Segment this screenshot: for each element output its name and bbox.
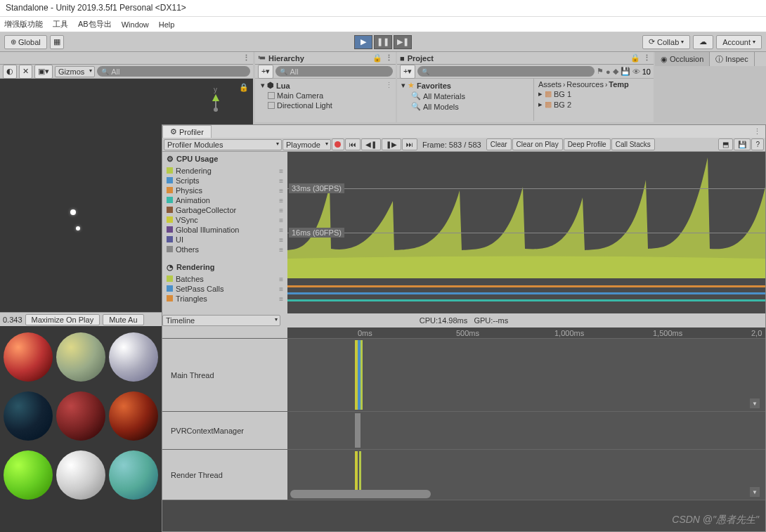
legend-item[interactable]: Rendering≡ bbox=[162, 166, 287, 176]
menu-icon[interactable]: ⋮ bbox=[643, 53, 651, 63]
frame-first-button[interactable]: ⏮ bbox=[345, 138, 361, 150]
drag-icon[interactable]: ≡ bbox=[279, 216, 283, 224]
material-sphere[interactable] bbox=[4, 332, 53, 382]
menu-icon[interactable]: ⋮ bbox=[753, 127, 761, 136]
label-icon[interactable]: ◆ bbox=[613, 67, 618, 76]
record-button[interactable] bbox=[332, 138, 344, 150]
thread-label[interactable]: Main Thread bbox=[162, 339, 287, 411]
rendering-graph[interactable] bbox=[287, 278, 765, 313]
step-button[interactable]: ▶❚ bbox=[394, 35, 412, 49]
gizmos-dropdown[interactable]: Gizmos bbox=[55, 66, 95, 77]
drag-icon[interactable]: ≡ bbox=[279, 295, 283, 303]
hierarchy-item[interactable]: Directional Light bbox=[258, 100, 393, 110]
favorite-item[interactable]: 🔍All Materials bbox=[398, 91, 532, 101]
grid-snap-button[interactable]: ▦ bbox=[50, 35, 64, 49]
legend-item[interactable]: UI≡ bbox=[162, 235, 287, 245]
save-icon[interactable]: 💾 bbox=[621, 67, 630, 76]
timeline-scrollbar[interactable] bbox=[290, 490, 431, 498]
material-sphere[interactable] bbox=[56, 450, 105, 500]
drag-icon[interactable]: ≡ bbox=[279, 187, 283, 195]
thread-track[interactable]: ▼ bbox=[287, 450, 765, 500]
rendering-section-header[interactable]: ◔Rendering bbox=[162, 260, 287, 274]
frame-prev-button[interactable]: ◀❚ bbox=[361, 138, 381, 150]
legend-item[interactable]: SetPass Calls≡ bbox=[162, 284, 287, 294]
drag-icon[interactable]: ≡ bbox=[279, 197, 283, 205]
timeline-dropdown[interactable]: Timeline bbox=[162, 315, 280, 326]
playmode-dropdown[interactable]: Playmode bbox=[283, 139, 331, 150]
menu-item[interactable]: Window bbox=[122, 20, 149, 29]
project-search[interactable] bbox=[417, 66, 595, 77]
panel-menu-icon[interactable]: ⋮ bbox=[242, 53, 250, 63]
cloud-button[interactable]: ☁ bbox=[693, 35, 713, 49]
mute-button[interactable]: Mute Au bbox=[103, 314, 143, 325]
global-button[interactable]: ⊕Global bbox=[4, 35, 47, 49]
lock-icon[interactable]: 🔒 bbox=[630, 53, 640, 63]
expand-icon[interactable]: ▼ bbox=[750, 487, 760, 497]
camera-button[interactable]: ▣▾ bbox=[34, 65, 53, 79]
load-button[interactable]: ⬒ bbox=[718, 138, 733, 150]
hierarchy-item[interactable]: Main Camera bbox=[258, 91, 393, 100]
hierarchy-search[interactable]: All bbox=[275, 66, 393, 77]
orientation-gizmo[interactable]: y bbox=[198, 89, 233, 124]
create-button[interactable]: +▾ bbox=[258, 65, 273, 79]
hidden-icon[interactable]: 👁 bbox=[632, 67, 640, 76]
menu-item[interactable]: 工具 bbox=[53, 19, 68, 30]
menu-icon[interactable]: ⋮ bbox=[385, 53, 393, 63]
tool-2d-button[interactable]: ✕ bbox=[19, 65, 32, 79]
drag-icon[interactable]: ≡ bbox=[279, 236, 283, 244]
legend-item[interactable]: Animation≡ bbox=[162, 195, 287, 205]
save-button[interactable]: 💾 bbox=[734, 138, 751, 150]
occlusion-tab[interactable]: ◉Occlusion bbox=[655, 52, 710, 66]
lock-icon[interactable]: 🔒 bbox=[239, 83, 249, 92]
drag-icon[interactable]: ≡ bbox=[279, 275, 283, 283]
legend-item[interactable]: Global Illumination≡ bbox=[162, 225, 287, 235]
account-button[interactable]: Account▾ bbox=[716, 35, 762, 49]
breadcrumb[interactable]: Assets › Resources › Temp bbox=[535, 80, 652, 89]
maximize-button[interactable]: Maximize On Play bbox=[25, 314, 100, 325]
material-sphere[interactable] bbox=[56, 332, 105, 382]
cpu-section-header[interactable]: ⚙CPU Usage bbox=[162, 152, 287, 166]
frame-next-button[interactable]: ❚▶ bbox=[382, 138, 401, 150]
menu-item[interactable]: 增强版功能 bbox=[4, 19, 43, 30]
asset-item[interactable]: ▸ ▩BG 2 bbox=[535, 99, 652, 110]
scene-search[interactable]: All bbox=[97, 66, 250, 77]
material-sphere[interactable] bbox=[109, 391, 158, 441]
profiler-tab[interactable]: ⚙Profiler bbox=[162, 125, 212, 138]
clear-button[interactable]: Clear bbox=[486, 138, 512, 150]
legend-item[interactable]: Others≡ bbox=[162, 245, 287, 254]
cpu-usage-graph[interactable]: 33ms (30FPS) 16ms (60FPS) bbox=[287, 152, 765, 278]
material-sphere[interactable] bbox=[109, 332, 158, 382]
create-button[interactable]: +▾ bbox=[400, 65, 415, 79]
lock-icon[interactable]: 🔒 bbox=[372, 53, 382, 63]
asset-item[interactable]: ▸ ▩BG 1 bbox=[535, 89, 652, 99]
material-sphere[interactable] bbox=[4, 391, 53, 441]
collab-button[interactable]: ⟳Collab▾ bbox=[642, 35, 690, 49]
profiler-modules-dropdown[interactable]: Profiler Modules bbox=[164, 139, 282, 150]
inspector-tab[interactable]: ⓘInspec bbox=[710, 52, 754, 66]
drag-icon[interactable]: ≡ bbox=[279, 177, 283, 185]
legend-item[interactable]: Physics≡ bbox=[162, 186, 287, 195]
thread-label[interactable]: Render Thread bbox=[162, 450, 287, 500]
filter-icon[interactable]: ⚑ bbox=[597, 67, 604, 76]
legend-item[interactable]: Triangles≡ bbox=[162, 294, 287, 304]
drag-icon[interactable]: ≡ bbox=[279, 246, 283, 254]
help-button[interactable]: ? bbox=[751, 138, 764, 150]
legend-item[interactable]: GarbageCollector≡ bbox=[162, 205, 287, 215]
shaded-button[interactable]: ◐ bbox=[3, 65, 17, 79]
scene-root[interactable]: ▾ ⬢ Lua⋮ bbox=[258, 80, 393, 91]
menu-item[interactable]: AB包导出 bbox=[78, 19, 112, 30]
thread-track[interactable] bbox=[287, 412, 765, 449]
legend-item[interactable]: Scripts≡ bbox=[162, 176, 287, 186]
thread-label[interactable]: PVRContextManager bbox=[162, 412, 287, 449]
legend-item[interactable]: VSync≡ bbox=[162, 215, 287, 225]
drag-icon[interactable]: ≡ bbox=[279, 226, 283, 234]
favorite-icon[interactable]: ● bbox=[606, 67, 611, 76]
favorites-root[interactable]: ▾ ★ Favorites bbox=[398, 80, 532, 91]
material-sphere[interactable] bbox=[56, 391, 105, 441]
drag-icon[interactable]: ≡ bbox=[279, 207, 283, 214]
legend-item[interactable]: Batches≡ bbox=[162, 274, 287, 284]
thread-track[interactable]: ▼ bbox=[287, 339, 765, 411]
material-sphere[interactable] bbox=[109, 450, 158, 500]
call-stacks-button[interactable]: Call Stacks bbox=[611, 138, 655, 150]
clear-on-play-button[interactable]: Clear on Play bbox=[512, 138, 563, 150]
